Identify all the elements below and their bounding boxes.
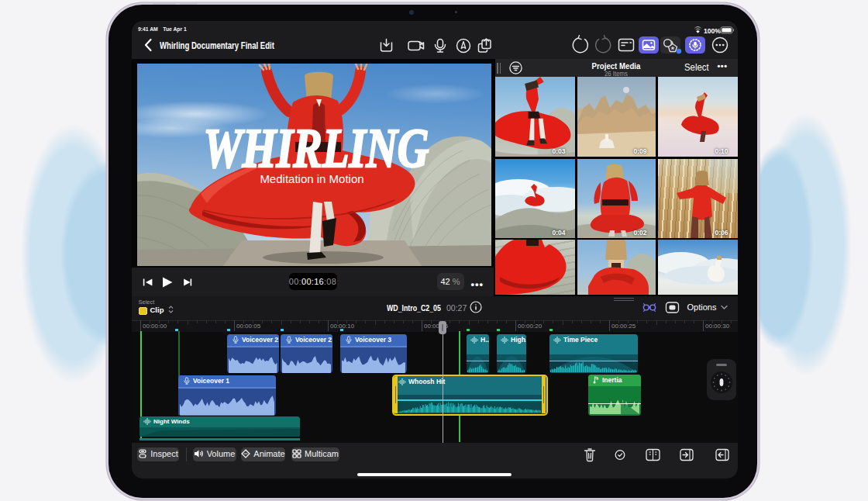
- svg-text:Whirling Documentary Final Edi: Whirling Documentary Final Edit: [160, 40, 274, 50]
- svg-text:100%: 100%: [704, 26, 721, 33]
- svg-text:00:27: 00:27: [446, 303, 467, 313]
- svg-text:9:41 AM: 9:41 AM: [138, 25, 158, 33]
- svg-text:WD_Intro_C2_05: WD_Intro_C2_05: [387, 303, 441, 313]
- svg-text:Select: Select: [684, 62, 709, 72]
- svg-text:Tue Apr 1: Tue Apr 1: [163, 25, 187, 33]
- svg-text:WHIRLING: WHIRLING: [204, 118, 429, 179]
